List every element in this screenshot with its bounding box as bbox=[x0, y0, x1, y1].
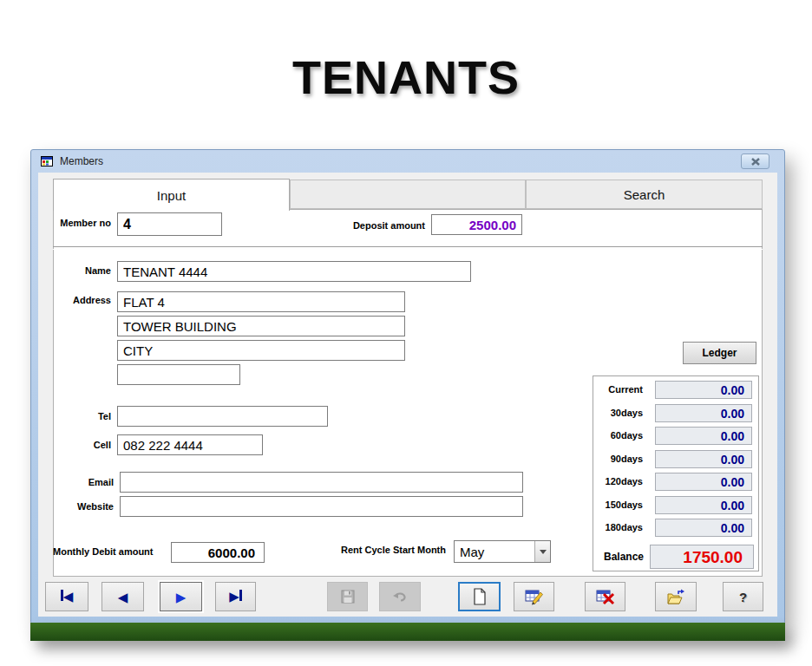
desktop-strip bbox=[30, 623, 785, 641]
close-icon bbox=[751, 158, 760, 166]
edit-record-icon bbox=[525, 588, 544, 605]
tab-input-label: Input bbox=[157, 188, 186, 203]
nav-last-button[interactable]: ▶ bbox=[215, 582, 256, 611]
section-divider bbox=[53, 246, 763, 250]
save-icon bbox=[340, 589, 356, 604]
nav-previous-button[interactable]: ◀ bbox=[102, 582, 144, 611]
aging-180days-value: 0.00 bbox=[655, 519, 752, 537]
website-label: Website bbox=[49, 501, 114, 512]
new-document-icon bbox=[473, 588, 487, 605]
name-input[interactable] bbox=[117, 261, 471, 282]
cell-label: Cell bbox=[49, 440, 111, 450]
new-record-button[interactable] bbox=[458, 582, 501, 611]
nav-last-icon: ▶ bbox=[229, 590, 242, 604]
monthly-debit-input[interactable] bbox=[171, 542, 265, 563]
tel-input[interactable] bbox=[117, 406, 328, 427]
help-icon: ? bbox=[739, 590, 747, 604]
balance-label: Balance bbox=[593, 551, 644, 563]
aging-60days-label: 60days bbox=[595, 430, 643, 441]
aging-60days-value: 0.00 bbox=[655, 427, 752, 445]
nav-first-button[interactable]: ◀ bbox=[45, 582, 88, 611]
ledger-button[interactable]: Ledger bbox=[683, 342, 756, 364]
aging-90days-value: 0.00 bbox=[655, 450, 752, 468]
email-input[interactable] bbox=[120, 472, 523, 493]
aging-30days-value: 0.00 bbox=[655, 404, 752, 422]
deposit-amount-input[interactable] bbox=[431, 214, 522, 235]
member-no-label: Member no bbox=[49, 218, 111, 228]
cell-input[interactable] bbox=[117, 434, 263, 455]
balance-value: 1750.00 bbox=[650, 545, 754, 569]
email-label: Email bbox=[49, 477, 114, 487]
address-line-2[interactable] bbox=[117, 316, 405, 336]
open-folder-icon bbox=[666, 589, 685, 605]
open-folder-button[interactable] bbox=[655, 582, 697, 611]
tel-label: Tel bbox=[49, 411, 111, 421]
tab-input[interactable]: Input bbox=[53, 179, 290, 211]
edit-record-button[interactable] bbox=[514, 582, 554, 611]
address-line-4[interactable] bbox=[117, 364, 240, 385]
name-label: Name bbox=[49, 265, 111, 276]
aging-current-label: Current bbox=[595, 384, 643, 395]
nav-next-button[interactable]: ▶ bbox=[160, 582, 202, 611]
members-window: Members Input Search Member no Deposit a… bbox=[30, 149, 785, 624]
page-title: TENANTS bbox=[0, 50, 812, 104]
app-icon bbox=[40, 154, 54, 168]
member-no-input[interactable] bbox=[117, 212, 222, 236]
aging-150days-label: 150days bbox=[595, 500, 643, 510]
nav-previous-icon: ◀ bbox=[118, 591, 128, 604]
aging-current-value: 0.00 bbox=[655, 381, 752, 399]
nav-next-icon: ▶ bbox=[176, 591, 187, 604]
rent-cycle-value: May bbox=[455, 541, 534, 562]
dropdown-button[interactable] bbox=[534, 541, 550, 562]
aging-180days-label: 180days bbox=[595, 522, 643, 532]
aging-120days-label: 120days bbox=[595, 476, 643, 486]
undo-icon bbox=[392, 591, 408, 603]
undo-button[interactable] bbox=[379, 582, 421, 611]
rent-cycle-label: Rent Cycle Start Month bbox=[333, 545, 446, 555]
website-input[interactable] bbox=[120, 496, 523, 517]
window-titlebar: Members bbox=[31, 150, 784, 173]
address-line-1[interactable] bbox=[117, 291, 405, 312]
close-button[interactable] bbox=[741, 153, 769, 169]
aging-120days-value: 0.00 bbox=[655, 473, 752, 491]
rent-cycle-select[interactable]: May bbox=[454, 540, 551, 563]
chevron-down-icon bbox=[540, 550, 547, 554]
address-label: Address bbox=[49, 295, 111, 305]
deposit-amount-label: Deposit amount bbox=[345, 220, 425, 231]
window-title: Members bbox=[60, 155, 103, 167]
delete-record-icon bbox=[596, 588, 615, 605]
tab-search-label: Search bbox=[624, 187, 665, 202]
delete-record-button[interactable] bbox=[585, 582, 625, 611]
aging-90days-label: 90days bbox=[595, 454, 643, 464]
nav-first-icon: ◀ bbox=[61, 590, 74, 604]
save-button[interactable] bbox=[327, 582, 368, 611]
aging-150days-value: 0.00 bbox=[655, 496, 752, 514]
address-line-3[interactable] bbox=[117, 340, 405, 361]
help-button[interactable]: ? bbox=[723, 582, 763, 611]
monthly-debit-label: Monthly Debit amount bbox=[53, 546, 167, 557]
tab-blank[interactable] bbox=[290, 180, 526, 209]
tab-search[interactable]: Search bbox=[526, 180, 763, 209]
aging-30days-label: 30days bbox=[595, 408, 643, 418]
